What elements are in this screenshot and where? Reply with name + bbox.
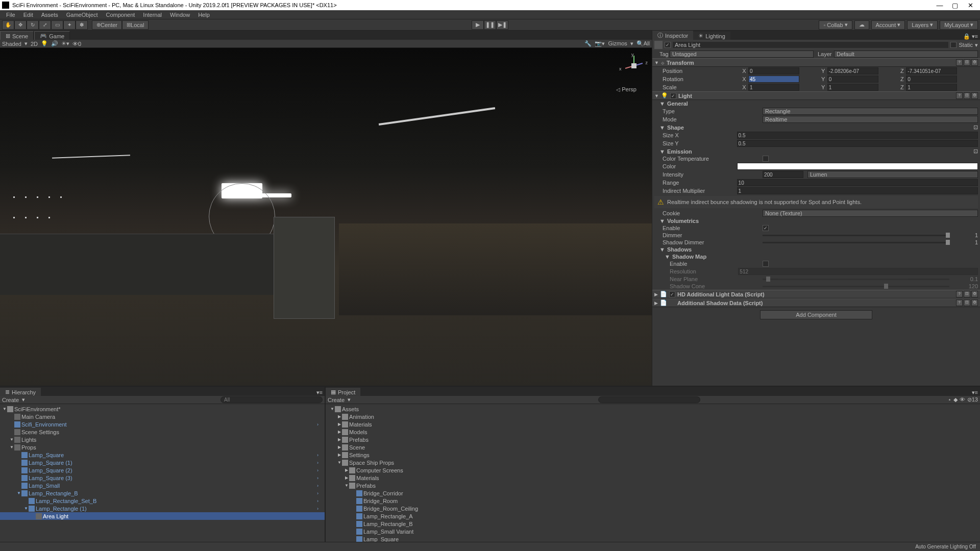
intensity-field[interactable] bbox=[763, 171, 803, 178]
colortemp-checkbox[interactable] bbox=[763, 156, 769, 162]
project-item[interactable]: Lamp_Small Variant bbox=[326, 528, 980, 535]
hierarchy-scene[interactable]: ▼SciFiEnvironment* bbox=[0, 405, 325, 413]
sizey-field[interactable] bbox=[737, 140, 978, 147]
type-dropdown[interactable]: Rectangle bbox=[763, 108, 978, 115]
mode-dropdown[interactable]: Realtime bbox=[763, 116, 978, 123]
render-mode-dropdown[interactable]: Shaded bbox=[2, 41, 21, 47]
rotation-y[interactable] bbox=[827, 76, 878, 83]
project-item[interactable]: ▶Materials bbox=[326, 474, 980, 482]
shape-section[interactable]: ▼Shape⊡ bbox=[652, 123, 980, 131]
section-menu-icon[interactable]: ⊡ bbox=[973, 124, 978, 131]
project-item[interactable]: ▶Scene bbox=[326, 443, 980, 451]
hidden-toggle-icon[interactable]: 👁0 bbox=[72, 41, 81, 47]
menu-window[interactable]: Window bbox=[166, 12, 194, 18]
hierarchy-item[interactable]: Scene Settings bbox=[0, 428, 325, 436]
hand-tool[interactable]: ✋ bbox=[2, 20, 14, 30]
hd-light-header[interactable]: ▶ 📄 HD Additional Light Data (Script) ?⊡… bbox=[652, 290, 980, 298]
comp-help-icon[interactable]: ? bbox=[956, 59, 963, 66]
tab-project[interactable]: ▦ Project bbox=[326, 388, 360, 396]
hidden-icon[interactable]: 👁 bbox=[960, 396, 965, 403]
volumetrics-section[interactable]: ▼Volumetrics bbox=[652, 217, 980, 224]
project-menu-icon[interactable]: ▾≡ bbox=[970, 389, 980, 396]
project-item[interactable]: Lamp_Rectangle_B bbox=[326, 520, 980, 528]
tab-scene[interactable]: ⊞ Scene bbox=[0, 31, 34, 40]
sm-enable-checkbox[interactable] bbox=[763, 261, 769, 267]
project-item[interactable]: ▶Models bbox=[326, 428, 980, 436]
light-toggle-icon[interactable]: 💡 bbox=[41, 40, 48, 47]
object-name-field[interactable]: Area Light bbox=[673, 42, 948, 48]
menu-file[interactable]: File bbox=[2, 12, 19, 18]
comp-menu-icon[interactable]: ⚙ bbox=[971, 59, 978, 66]
project-item[interactable]: ▼Prefabs bbox=[326, 482, 980, 489]
add-component-button[interactable]: Add Component bbox=[760, 310, 872, 319]
gizmos-dropdown[interactable]: Gizmos bbox=[608, 40, 627, 47]
camera-icon[interactable]: 🔧 bbox=[584, 40, 592, 47]
create-dropdown[interactable]: Create bbox=[2, 397, 19, 403]
hierarchy-item[interactable]: Lamp_Square (3)› bbox=[0, 474, 325, 482]
hierarchy-item[interactable]: Lamp_Rectangle_Set_B› bbox=[0, 497, 325, 505]
sizex-field[interactable] bbox=[737, 132, 978, 139]
persp-label[interactable]: ◁ Persp bbox=[616, 86, 636, 92]
comp-preset-icon[interactable]: ⊡ bbox=[964, 92, 970, 99]
tab-lighting[interactable]: ☀ Lighting bbox=[693, 32, 730, 40]
position-z[interactable] bbox=[906, 67, 957, 74]
hierarchy-search[interactable] bbox=[220, 396, 323, 403]
shadow-dimmer-slider[interactable] bbox=[763, 242, 949, 243]
static-checkbox[interactable] bbox=[950, 42, 957, 48]
handle-mode-button[interactable]: ⊞ Local bbox=[122, 20, 149, 30]
play-button[interactable]: ▶ bbox=[472, 20, 484, 30]
maximize-button[interactable]: ▢ bbox=[947, 2, 963, 9]
shadow-map-section[interactable]: ▼Shadow Map bbox=[652, 253, 980, 260]
cloud-button[interactable]: ☁ bbox=[854, 20, 869, 30]
tab-hierarchy[interactable]: ≣ Hierarchy bbox=[0, 388, 41, 396]
position-y[interactable] bbox=[827, 67, 878, 74]
indirect-field[interactable] bbox=[737, 187, 978, 194]
position-x[interactable] bbox=[748, 67, 799, 74]
orientation-gizmo[interactable]: y z x bbox=[621, 53, 647, 79]
light-header[interactable]: ▼ 💡 Light ?⊡⚙ bbox=[652, 91, 980, 100]
project-item[interactable]: ▶Prefabs bbox=[326, 436, 980, 443]
hierarchy-item[interactable]: Lamp_Square (1)› bbox=[0, 459, 325, 466]
hierarchy-menu-icon[interactable]: ▾≡ bbox=[314, 389, 325, 396]
comp-menu-icon[interactable]: ⚙ bbox=[971, 291, 978, 297]
menu-component[interactable]: Component bbox=[102, 12, 139, 18]
section-menu-icon[interactable]: ⊡ bbox=[973, 148, 978, 155]
scale-x[interactable] bbox=[748, 84, 799, 91]
rotation-z[interactable] bbox=[906, 76, 957, 83]
project-item[interactable]: ▶Computer Screens bbox=[326, 466, 980, 474]
light-enable-checkbox[interactable] bbox=[670, 93, 676, 99]
comp-help-icon[interactable]: ? bbox=[956, 291, 963, 297]
close-button[interactable]: ✕ bbox=[963, 2, 978, 9]
scale-z[interactable] bbox=[906, 84, 957, 91]
cookie-field[interactable]: None (Texture) bbox=[763, 210, 978, 217]
shadows-section[interactable]: ▼Shadows bbox=[652, 246, 980, 253]
layers-dropdown[interactable]: Layers ▾ bbox=[907, 20, 938, 30]
scale-y[interactable] bbox=[827, 84, 878, 91]
range-field[interactable] bbox=[737, 179, 978, 186]
filter-type-icon[interactable]: ◆ bbox=[953, 396, 958, 403]
comp-preset-icon[interactable]: ⊡ bbox=[964, 299, 970, 306]
search-mode[interactable]: 🔍All bbox=[636, 40, 650, 47]
menu-internal[interactable]: Internal bbox=[139, 12, 166, 18]
project-item[interactable]: Lamp_Rectangle_A bbox=[326, 512, 980, 520]
project-item[interactable]: ▶Settings bbox=[326, 451, 980, 459]
project-item[interactable]: ▶Materials bbox=[326, 420, 980, 428]
filter-favorite-icon[interactable]: ⋆ bbox=[948, 396, 951, 403]
transform-header[interactable]: ▼ ⟐ Transform ?⊡⚙ bbox=[652, 58, 980, 67]
tab-game[interactable]: 🎮 Game bbox=[34, 31, 70, 40]
comp-help-icon[interactable]: ? bbox=[956, 92, 963, 99]
hierarchy-item[interactable]: Lamp_Square (2)› bbox=[0, 466, 325, 474]
scale-tool[interactable]: ⤢ bbox=[39, 20, 51, 30]
menu-help[interactable]: Help bbox=[194, 12, 214, 18]
dimmer-slider[interactable] bbox=[763, 235, 949, 236]
gizmo-camera-icon[interactable]: 📷▾ bbox=[595, 40, 605, 47]
collab-dropdown[interactable]: ◦ Collab ▾ bbox=[819, 20, 852, 30]
pivot-mode-button[interactable]: ⊕ Center bbox=[92, 20, 122, 30]
emission-section[interactable]: ▼Emission⊡ bbox=[652, 147, 980, 155]
menu-edit[interactable]: Edit bbox=[19, 12, 37, 18]
static-dropdown-icon[interactable]: ▾ bbox=[975, 42, 978, 48]
rotate-tool[interactable]: ↻ bbox=[27, 20, 39, 30]
hierarchy-item[interactable]: ▼Lamp_Rectangle_B› bbox=[0, 489, 325, 497]
vol-enable-checkbox[interactable] bbox=[763, 225, 769, 231]
rotation-x[interactable] bbox=[748, 76, 799, 83]
